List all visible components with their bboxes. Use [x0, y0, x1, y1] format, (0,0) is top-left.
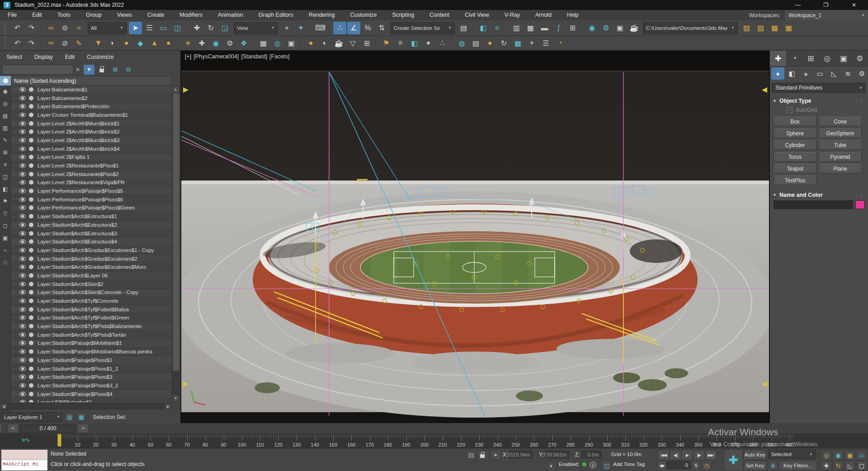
category-helpers-icon[interactable]: ◺	[827, 67, 840, 80]
render-dot-icon[interactable]	[29, 349, 33, 354]
layer-row[interactable]: Layer:Level 2$Archh$Muro$brick$2	[11, 128, 172, 136]
visibility-eye-icon[interactable]	[19, 299, 26, 303]
reference-coordinate-dropdown[interactable]: View▼	[234, 22, 278, 34]
explorer-menu-item[interactable]: Customize	[87, 54, 113, 60]
zoom-icon[interactable]: ◎	[821, 450, 832, 460]
next-key-button[interactable]: ||▶	[693, 450, 705, 460]
visibility-eye-icon[interactable]	[19, 392, 26, 396]
explorer-filter-icon[interactable]: ○	[1, 246, 9, 254]
primitives-dropdown[interactable]: Standard Primitives ▼	[772, 83, 866, 93]
toolbar2-icon[interactable]: ▽	[346, 37, 359, 49]
explorer-filter-icon[interactable]: ⊞	[1, 148, 9, 157]
layer-row[interactable]: Layer:Stadium$Arch$Estructura$1	[11, 212, 172, 221]
toolbar2-icon[interactable]: ◔	[553, 37, 566, 49]
visibility-eye-icon[interactable]	[19, 248, 26, 252]
toolbar2-icon[interactable]: ☀	[181, 37, 194, 49]
toolbar2-icon[interactable]: ▲	[148, 37, 161, 49]
angle-snap-toggle-icon[interactable]: ∠	[347, 22, 360, 34]
visibility-eye-icon[interactable]	[19, 163, 26, 168]
object-name-input[interactable]	[774, 200, 853, 209]
layer-row[interactable]: Layer:Stadium$Arch$Estructura$4	[11, 238, 172, 246]
render-dot-icon[interactable]	[29, 257, 33, 261]
selection-filter-dropdown[interactable]: All▼	[88, 22, 127, 34]
layer-row[interactable]: Layer:Stadium$Paisaje$Mobiliario$1	[11, 339, 172, 348]
render-dot-icon[interactable]	[29, 104, 33, 109]
toolbar2-icon[interactable]: ◍	[455, 37, 468, 49]
spinner-snap-toggle-icon[interactable]: ⇅	[375, 22, 388, 34]
new-explorer-icon[interactable]: ▦	[76, 412, 86, 422]
redo-icon[interactable]: ↷	[25, 22, 38, 34]
rectangular-selection-region-icon[interactable]: ▭	[157, 22, 170, 34]
select-by-name-icon[interactable]: ☰	[143, 22, 156, 34]
visibility-eye-icon[interactable]	[19, 138, 26, 143]
tab-motion[interactable]: ◎	[819, 51, 835, 66]
explorer-filter-icon[interactable]: ⚑	[1, 197, 9, 205]
field-of-view-icon[interactable]: ◺	[844, 461, 855, 471]
visibility-eye-icon[interactable]	[19, 400, 26, 402]
render-dot-icon[interactable]	[29, 290, 33, 295]
render-dot-icon[interactable]	[29, 358, 33, 362]
pan-view-icon[interactable]: ✚	[821, 461, 832, 471]
workspace-dropdown[interactable]: Workspace_1 ▼	[784, 10, 868, 20]
layer-row[interactable]: Layer:Balizamiento$2	[11, 94, 172, 103]
render-dot-icon[interactable]	[29, 180, 33, 185]
search-input[interactable]	[2, 65, 73, 75]
layer-row[interactable]: Layer:Stadium$Arch$Skin$2	[11, 280, 172, 289]
toolbar-grip[interactable]	[5, 22, 8, 34]
visibility-eye-icon[interactable]	[19, 147, 26, 151]
render-dot-icon[interactable]	[29, 333, 33, 337]
manage-scene-states-icon[interactable]: ▦	[782, 22, 795, 34]
toolbar2-icon[interactable]: ⊞	[360, 37, 373, 49]
project-folder-dropdown[interactable]: C:\Users\valer\Documents\3ds Max 2022▼	[643, 22, 738, 34]
render-dot-icon[interactable]	[29, 239, 33, 244]
primitive-button[interactable]: Cylinder	[774, 140, 816, 150]
toolbar2-icon[interactable]: ◗	[106, 37, 119, 49]
visibility-eye-icon[interactable]	[19, 205, 26, 210]
viewport-menu-plus[interactable]: [+]	[185, 53, 191, 60]
menu-item[interactable]: Scripting	[384, 10, 422, 20]
curve-editor-icon[interactable]: ʃ	[552, 22, 565, 34]
render-dot-icon[interactable]	[29, 231, 33, 236]
filter-funnel-icon[interactable]: ▼	[84, 65, 94, 75]
toolbar2-icon[interactable]: ⚑	[380, 37, 393, 49]
explorer-filter-icon[interactable]: ◧	[1, 185, 9, 193]
key-mode-toggle-icon[interactable]: ⋔	[768, 461, 778, 471]
layer-row[interactable]: Layer:Stadium$Paisaje$Mobiliario$Bancas …	[11, 347, 172, 356]
explorer-filter-icon[interactable]: ◎	[1, 100, 9, 108]
render-dot-icon[interactable]	[29, 96, 33, 100]
menu-item[interactable]: File	[0, 10, 24, 20]
toolbar2-icon[interactable]: ●	[162, 37, 175, 49]
explorer-filter-icon[interactable]: □	[1, 258, 9, 266]
visibility-eye-icon[interactable]	[19, 366, 26, 371]
toolbar2-icon[interactable]: ▣	[285, 37, 298, 49]
render-dot-icon[interactable]	[29, 129, 33, 134]
menu-item[interactable]: Edit	[24, 10, 50, 20]
layer-row[interactable]: Layer:URB$Bolardos$1	[11, 398, 172, 402]
enabled-green-dot[interactable]	[582, 462, 586, 466]
layer-row[interactable]: Layer:Cruiser Terminal$Balizamiento$1	[11, 111, 172, 119]
render-dot-icon[interactable]	[29, 147, 33, 151]
layer-row[interactable]: Layer:Performance$Paisaje$Pisos$5	[11, 187, 172, 195]
layer-row[interactable]: Layer:Stadium$Paisaje$Pisos$1	[11, 356, 172, 365]
align-icon[interactable]: ≡	[491, 22, 504, 34]
scroll-up-icon[interactable]: ▲	[172, 86, 179, 93]
layer-row[interactable]: Layer:Stadium$Arch$Layer 06	[11, 271, 172, 280]
visibility-eye-icon[interactable]	[19, 324, 26, 328]
layer-row[interactable]: Layer:Performance$Paisaje$Pisos$6	[11, 195, 172, 204]
minimize-button[interactable]: —	[784, 0, 812, 10]
visibility-eye-icon[interactable]	[19, 180, 26, 185]
percent-snap-toggle-icon[interactable]: %	[361, 22, 374, 34]
name-column-header[interactable]: Name (Sorted Ascending)	[11, 76, 172, 86]
display-column-header[interactable]	[0, 76, 11, 86]
layer-row[interactable]: Layer:Level 2$Fajilla 1	[11, 153, 172, 162]
explorer-filter-icon[interactable]: ✎	[1, 136, 9, 144]
toolbar2-icon[interactable]: ▦	[257, 37, 270, 49]
object-color-swatch[interactable]	[855, 200, 865, 209]
visibility-eye-icon[interactable]	[19, 121, 26, 126]
render-dot-icon[interactable]	[29, 383, 33, 388]
layer-row[interactable]: Layer:Balizamiento$1	[11, 86, 172, 94]
visibility-eye-icon[interactable]	[19, 273, 26, 278]
render-dot-icon[interactable]	[29, 113, 33, 117]
visibility-eye-icon[interactable]	[19, 265, 26, 269]
name-color-rollout[interactable]: ▼ Name and Color ⋮⋮	[772, 190, 866, 200]
